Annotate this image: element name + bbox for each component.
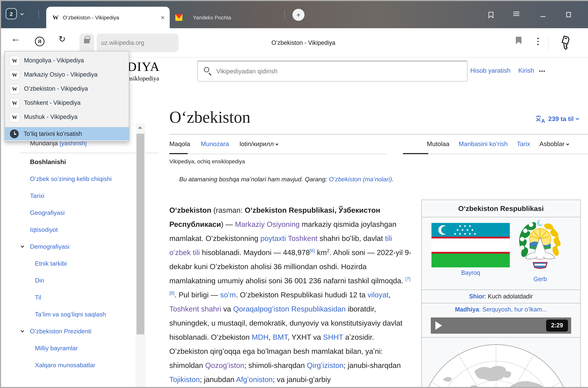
divider [169, 134, 588, 134]
toc-scrollbar[interactable] [135, 123, 145, 387]
wikipedia-favicon: W [10, 112, 19, 122]
wikipedia-favicon: W [10, 70, 19, 80]
back-button[interactable]: ← [11, 33, 21, 44]
toc-item[interactable]: Din [21, 275, 129, 286]
history-suggestion-item[interactable]: W Mongoliya - Vikipediya [5, 54, 129, 68]
browser-window: 2 W Oʻzbekiston - Vikipediya ✕ Yandeks P… [0, 0, 588, 388]
tab-yandex-mail[interactable]: Yandeks Pochta [172, 7, 283, 28]
toolbar-page-title: Oʻzbekiston - Vikipediya [72, 28, 535, 57]
svg-text:A: A [541, 118, 545, 123]
show-full-history-item[interactable]: Toʻliq tarixni koʻrsatish [5, 127, 129, 140]
anthem-audio-player[interactable]: 2:29 [431, 317, 571, 334]
new-tab-button[interactable]: + [293, 9, 304, 21]
search-input[interactable] [197, 61, 467, 81]
infobox-title: Oʻzbekiston Respublikasi [422, 200, 580, 217]
yandex-mail-icon [175, 14, 182, 21]
window-maximize-button[interactable] [566, 12, 571, 17]
article-title: Oʻzbekiston [169, 108, 250, 127]
toc-item[interactable]: Iqtisodiyot [21, 225, 129, 235]
tab-close-icon[interactable]: ✕ [161, 15, 165, 20]
tab-counter-badge[interactable]: 2 [6, 8, 17, 19]
infobox-anthem: Madhiya: Serquyosh, hur oʻlkam... 2:29 [422, 303, 580, 337]
tab-title: Yandeks Pochta [193, 14, 231, 21]
history-clock-icon [10, 129, 19, 138]
history-suggestion-item[interactable]: W Mushuk - Vikipediya [5, 110, 129, 124]
tab-count: 2 [10, 11, 13, 17]
article-tab[interactable]: lotin/кирилл [240, 140, 278, 148]
site-subtitle: Vikipediya, ochiq ensiklopediya [169, 158, 245, 165]
address-bar-history-dropdown: W Mongoliya - Vikipediya W Markaziy Osiy… [5, 51, 129, 142]
create-account-link[interactable]: Hisob yaratish [470, 67, 511, 74]
article-view-tab[interactable]: Mutolaa [427, 140, 449, 148]
wiki-search-box[interactable] [197, 61, 467, 81]
user-menu-kebab[interactable]: ••• [539, 69, 545, 74]
toc-item[interactable]: Xalqaro munosabatlar [21, 360, 129, 370]
article-tab[interactable]: Maqola [169, 140, 190, 148]
toc-item[interactable]: Til [21, 292, 129, 303]
passwords-key-icon[interactable] [559, 35, 573, 51]
infobox-location-map[interactable] [422, 337, 580, 388]
toc-item[interactable]: Oʻzbek soʻzining kelib chiqishi [21, 174, 129, 184]
history-suggestion-item[interactable]: W Oʻzbekiston - Vikipediya [5, 82, 129, 96]
scrollbar-thumb[interactable] [137, 134, 144, 334]
emblem-caption-link[interactable]: Gerb [517, 276, 563, 283]
hatnote[interactable]: Bu atamaning boshqa maʼnolari ham mavjud… [179, 176, 394, 183]
anthem-link[interactable]: Madhiya: Serquyosh, hur oʻlkam... [422, 303, 580, 313]
divider [284, 11, 285, 19]
uzbekistan-flag-image[interactable] [432, 223, 510, 269]
uzbekistan-emblem-image[interactable] [517, 219, 563, 277]
translate-icon: A [535, 115, 546, 123]
toc-item[interactable]: Demografiyasi [21, 242, 129, 252]
history-suggestion-item[interactable]: W Toshkent - Vikipediya [5, 96, 129, 110]
wikipedia-favicon: W [10, 84, 19, 94]
divider [169, 154, 387, 154]
wikipedia-favicon: W [52, 14, 59, 21]
window-minimize-button[interactable] [540, 16, 545, 17]
active-tab-underline [403, 153, 428, 154]
chevron-down-icon [576, 117, 579, 120]
chevron-down-icon[interactable] [21, 244, 24, 248]
article-view-tab[interactable]: Asboblar [539, 140, 569, 148]
chevron-down-icon [566, 142, 569, 145]
toc-item[interactable]: Taʼlim va sogʻliqni saqlash [21, 309, 129, 319]
lead-paragraph: Oʻzbekiston (rasman: Oʻzbekiston Respubl… [169, 203, 413, 387]
tab-title: Oʻzbekiston - Vikipediya [63, 14, 159, 21]
play-icon[interactable] [435, 321, 442, 330]
country-infobox: Oʻzbekiston Respublikasi [421, 200, 581, 388]
tab-active-wikipedia[interactable]: W Oʻzbekiston - Vikipediya ✕ [46, 7, 170, 28]
article-view-tab[interactable]: Tarix [517, 140, 530, 148]
chevron-down-icon [275, 142, 278, 145]
divider [38, 10, 39, 19]
table-of-contents: Boshlanishi Oʻzbek soʻzining kelib chiqi… [21, 157, 129, 377]
bookmarks-panel-icon[interactable] [488, 12, 493, 18]
infobox-motto: Shior: Kuch adolatdadir [422, 290, 580, 303]
page-menu-kebab-icon[interactable] [537, 38, 539, 47]
language-selector-button[interactable]: A 239 ta til [535, 115, 579, 123]
toc-item[interactable]: Etnik tarkibi [21, 259, 129, 269]
login-link[interactable]: Kirish [518, 67, 534, 74]
toc-item[interactable]: Tarixi [21, 191, 129, 201]
flag-caption-link[interactable]: Bayroq [432, 269, 510, 277]
wikipedia-favicon: W [10, 56, 19, 66]
history-suggestion-item[interactable]: W Markaziy Osiyo - Vikipediya [5, 68, 129, 82]
wikipedia-favicon: W [10, 98, 19, 108]
toc-item[interactable]: Boshlanishi [21, 157, 129, 167]
article-tab[interactable]: Munozara [201, 140, 229, 148]
tab-strip: 2 W Oʻzbekiston - Vikipediya ✕ Yandeks P… [1, 1, 588, 28]
scroll-up-arrow[interactable] [138, 126, 142, 129]
toc-item[interactable]: Oʻzbekiston Prezidenti [21, 326, 129, 337]
tab-counter-chevron-down-icon[interactable] [20, 12, 24, 15]
article-view-tab[interactable]: Manbasini koʻrish [459, 140, 508, 148]
yandex-logo-icon[interactable]: Я [35, 37, 45, 46]
chevron-down-icon[interactable] [21, 329, 24, 333]
toc-item[interactable]: Milliy bayramlar [21, 343, 129, 353]
toc-item[interactable]: Geografiyasi [21, 208, 129, 218]
browser-menu-icon[interactable] [513, 12, 519, 17]
divider [403, 154, 588, 154]
active-tab-underline [169, 153, 188, 154]
reload-button[interactable]: ↻ [59, 34, 66, 44]
audio-duration: 2:29 [546, 319, 568, 332]
divider [548, 35, 549, 50]
